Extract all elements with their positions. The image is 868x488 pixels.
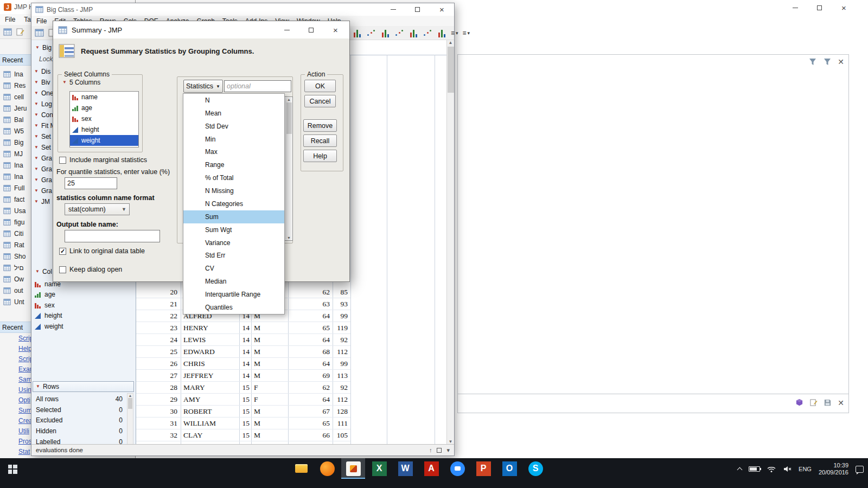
table-row[interactable]: 29 AMY 15 F 64 112 xyxy=(136,394,350,406)
script-run-icon[interactable]: ▼ xyxy=(34,102,39,106)
recent-file-item[interactable]: Sho xyxy=(3,251,27,262)
table-row[interactable]: 26 CHRIS 14 M 64 99 xyxy=(136,358,350,370)
statistics-menu-item[interactable]: Std Err xyxy=(183,249,284,262)
new-table-icon[interactable] xyxy=(35,28,44,37)
columns-count[interactable]: ▼ 5 Columns xyxy=(62,79,100,86)
volume-muted-icon[interactable] xyxy=(783,465,792,473)
cell-age[interactable]: 14 xyxy=(239,334,251,345)
scroll-down-icon[interactable]: ▼ xyxy=(449,439,453,444)
script-run-icon[interactable]: ▼ xyxy=(34,200,39,204)
close-panel-icon[interactable]: ✕ xyxy=(838,58,844,66)
distribution-icon[interactable] xyxy=(352,29,362,37)
rows-stat-row[interactable]: Excluded 0 xyxy=(33,415,125,426)
recent-file-item[interactable]: Ina xyxy=(3,171,27,182)
link-data-table-checkbox[interactable]: Link to original data table xyxy=(59,247,145,255)
data-filter-icon[interactable] xyxy=(808,57,817,66)
column-item[interactable]: sex xyxy=(35,300,63,311)
home-menu-item[interactable]: File xyxy=(5,16,15,23)
cell-row-number[interactable]: 20 xyxy=(136,286,181,298)
scroll-up-icon[interactable]: ▲ xyxy=(449,40,453,45)
cell-weight[interactable]: 112 xyxy=(333,346,350,357)
statistics-menu-item[interactable]: N Missing xyxy=(183,184,284,197)
statistics-menu-item[interactable]: Mean xyxy=(183,107,284,120)
close-button[interactable]: × xyxy=(832,1,856,14)
cell-height[interactable]: 64 xyxy=(288,334,333,345)
cell-weight[interactable]: 92 xyxy=(333,334,350,345)
tabulate-icon[interactable] xyxy=(380,29,390,37)
maximize-button[interactable] xyxy=(405,4,430,16)
script-run-icon[interactable]: ▼ xyxy=(34,178,39,182)
vertical-scrollbar[interactable]: ▲ ▼ xyxy=(446,40,454,444)
statistics-menu-item[interactable]: Sum xyxy=(183,210,284,223)
recent-file-item[interactable]: Usa xyxy=(3,205,27,216)
cell-weight[interactable]: 99 xyxy=(333,358,350,369)
cell-age[interactable]: 15 xyxy=(239,406,251,417)
statistics-menu-item[interactable]: N Categories xyxy=(183,197,284,210)
scrollbar-thumb[interactable] xyxy=(448,47,454,93)
cell-height[interactable]: 65 xyxy=(288,418,333,429)
cell-sex[interactable]: M xyxy=(251,418,288,429)
recent-file-item[interactable]: Jeru xyxy=(3,102,27,114)
cell-age[interactable]: 15 xyxy=(239,418,251,429)
script-run-icon[interactable]: ▼ xyxy=(34,156,39,160)
taskbar-app-button[interactable]: O xyxy=(497,458,521,479)
cell-sex[interactable]: M xyxy=(251,322,288,333)
toolbar-menu-button[interactable]: ≡▾ xyxy=(451,29,458,37)
script-run-icon[interactable]: ▼ xyxy=(34,124,39,128)
statistics-menu-item[interactable]: N xyxy=(183,94,284,107)
save-icon[interactable] xyxy=(824,399,832,407)
start-button[interactable] xyxy=(0,458,25,480)
table-row[interactable]: 24 LEWIS 14 M 64 92 xyxy=(136,334,350,346)
rows-stat-row[interactable]: Selected 0 xyxy=(33,404,125,415)
cell-sex[interactable]: F xyxy=(251,394,288,405)
cell-name[interactable]: AMY xyxy=(181,394,239,405)
cell-height[interactable]: 66 xyxy=(288,429,333,441)
cell-age[interactable]: 14 xyxy=(239,346,251,357)
cell-age[interactable]: 14 xyxy=(239,322,251,333)
statistics-menu-item[interactable]: Sum Wgt xyxy=(183,223,284,236)
statistics-menu-item[interactable]: Interquartile Range xyxy=(183,288,284,301)
rows-stat-row[interactable]: All rows 40 xyxy=(33,394,125,404)
script-run-icon[interactable]: ▼ xyxy=(34,69,39,74)
minimize-button[interactable] xyxy=(275,22,299,38)
columns-panel-header[interactable]: ▼ Col xyxy=(35,268,52,275)
network-icon[interactable] xyxy=(767,465,776,473)
rows-panel-scrollbar[interactable]: ▲ xyxy=(127,393,133,446)
local-data-filter-icon[interactable] xyxy=(823,57,832,66)
recent-file-item[interactable]: Ow xyxy=(3,273,27,285)
cell-name[interactable]: EDWARD xyxy=(181,346,239,357)
statistics-menu-item[interactable]: Min xyxy=(183,133,284,146)
cell-height[interactable]: 62 xyxy=(288,382,333,393)
recent-file-item[interactable]: fact xyxy=(3,194,27,205)
list-scrollbar[interactable]: ▲▼ xyxy=(285,98,292,240)
scatterplot-icon[interactable] xyxy=(423,29,432,37)
column-type-icon[interactable] xyxy=(35,302,41,309)
disclosure-icon[interactable]: ▼ xyxy=(62,80,67,85)
statistics-menu-item[interactable]: Median xyxy=(183,275,284,288)
table-row[interactable]: 23 HENRY 14 M 65 119 xyxy=(136,322,350,334)
recent-file-item[interactable]: Bal xyxy=(3,114,27,125)
cell-row-number[interactable]: 24 xyxy=(136,334,181,345)
dialog-column-item[interactable]: name xyxy=(70,92,138,102)
cell-height[interactable]: 64 xyxy=(288,358,333,369)
table-panel-header[interactable]: ▼ Big xyxy=(35,44,52,52)
dialog-column-item[interactable]: weight xyxy=(70,135,138,146)
recent-file-item[interactable]: Citi xyxy=(3,228,27,239)
taskbar-app-button[interactable] xyxy=(445,458,469,479)
cube-icon[interactable] xyxy=(795,399,803,407)
control-chart-icon[interactable] xyxy=(437,29,446,37)
cell-age[interactable]: 15 xyxy=(239,429,251,441)
statistics-menu-item[interactable]: CV xyxy=(183,262,284,275)
disclosure-icon[interactable]: ▼ xyxy=(35,46,40,50)
cell-height[interactable]: 68 xyxy=(288,346,333,357)
cell-height[interactable]: 67 xyxy=(288,406,333,417)
taskbar-app-button[interactable] xyxy=(289,458,313,479)
graph-builder-icon[interactable] xyxy=(394,29,404,37)
recent-file-item[interactable]: out xyxy=(3,285,27,296)
taskbar-app-button[interactable] xyxy=(315,458,339,479)
rows-stat-row[interactable]: Hidden 0 xyxy=(33,426,125,436)
column-item[interactable]: weight xyxy=(35,321,63,332)
maximize-button[interactable] xyxy=(807,1,832,14)
dialog-column-item[interactable]: height xyxy=(70,124,138,135)
recent-file-item[interactable]: figu xyxy=(3,216,27,228)
